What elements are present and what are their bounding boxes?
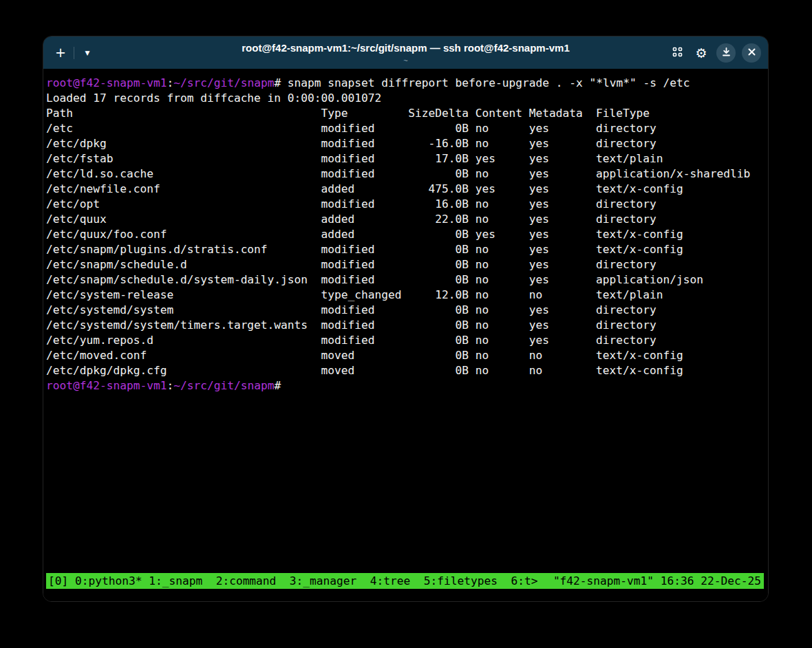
- cell-type: modified: [321, 303, 409, 318]
- cell-type: modified: [321, 121, 409, 136]
- tab-list-dropdown-button[interactable]: ▼: [78, 44, 96, 62]
- cell-filetype: directory: [596, 257, 764, 272]
- cell-content: no: [469, 348, 529, 363]
- cell-content: yes: [469, 182, 529, 197]
- header-content: Content: [469, 106, 529, 121]
- command-text: snapm snapset diffreport before-upgrade …: [288, 76, 690, 89]
- cell-content: no: [469, 212, 529, 227]
- cell-type: modified: [321, 166, 409, 182]
- cell-path: /etc/snapm/schedule.d: [46, 257, 321, 272]
- table-row: /etc/systemd/system modified 0B no yes d…: [46, 303, 764, 318]
- cell-filetype: application/json: [596, 272, 764, 288]
- prompt-symbol: #: [274, 76, 281, 89]
- cell-content: no: [469, 121, 529, 136]
- cell-metadata: yes: [529, 212, 596, 227]
- terminal-window: + ▼ root@f42-snapm-vm1:~/src/git/snapm —…: [43, 36, 769, 602]
- window-subtitle: ~: [242, 56, 569, 65]
- cell-path: /etc/ld.so.cache: [46, 166, 321, 182]
- cell-filetype: text/x-config: [596, 242, 764, 257]
- cell-content: no: [469, 257, 529, 272]
- download-button[interactable]: [716, 43, 736, 63]
- titlebar-right-controls: ⚙: [668, 43, 761, 63]
- cell-metadata: no: [529, 288, 596, 303]
- cell-content: yes: [469, 227, 529, 242]
- table-row: /etc/newfile.conf added 475.0B yes yes t…: [46, 182, 764, 197]
- cell-content: no: [469, 136, 529, 151]
- cell-metadata: yes: [529, 166, 596, 182]
- cell-metadata: yes: [529, 272, 596, 288]
- cell-sizedelta: 0B: [408, 363, 469, 378]
- cell-path: /etc/snapm/plugins.d/stratis.conf: [46, 242, 321, 257]
- prompt-separator: :: [167, 76, 173, 89]
- cell-sizedelta: 0B: [408, 318, 469, 333]
- cell-type: type_changed: [321, 288, 409, 303]
- terminal-output: root@f42-snapm-vm1:~/src/git/snapm#snapm…: [46, 76, 764, 573]
- cell-metadata: yes: [529, 242, 596, 257]
- cell-metadata: yes: [529, 303, 596, 318]
- cell-sizedelta: 475.0B: [408, 182, 469, 197]
- close-button[interactable]: [742, 43, 761, 63]
- cell-path: /etc/snapm/schedule.d/system-daily.json: [46, 272, 321, 288]
- header-filetype: FileType: [596, 106, 764, 121]
- cell-sizedelta: 0B: [408, 227, 469, 242]
- cell-filetype: directory: [596, 197, 764, 212]
- cell-metadata: yes: [529, 318, 596, 333]
- prompt-user-host: root@f42-snapm-vm1: [46, 76, 167, 89]
- table-row: /etc/yum.repos.d modified 0B no yes dire…: [46, 333, 764, 348]
- settings-button[interactable]: ⚙: [692, 44, 710, 62]
- table-body: /etc modified 0B no yes directory /etc/d…: [46, 121, 764, 378]
- cell-sizedelta: 0B: [408, 257, 469, 272]
- cell-content: no: [469, 333, 529, 348]
- cell-content: yes: [469, 151, 529, 166]
- cell-path: /etc/dpkg/dpkg.cfg: [46, 363, 321, 378]
- table-row: /etc/snapm/plugins.d/stratis.conf modifi…: [46, 242, 764, 257]
- cell-path: /etc: [46, 121, 321, 136]
- titlebar-divider: [74, 47, 74, 59]
- tab-overview-button[interactable]: [668, 44, 686, 62]
- cell-path: /etc/systemd/system/timers.target.wants: [46, 318, 321, 333]
- cell-type: modified: [321, 151, 409, 166]
- cell-sizedelta: 16.0B: [408, 197, 469, 212]
- cell-sizedelta: 22.0B: [408, 212, 469, 227]
- header-sizedelta: SizeDelta: [408, 106, 469, 121]
- titlebar-title-block: root@f42-snapm-vm1:~/src/git/snapm — ssh…: [242, 41, 569, 65]
- tmux-window-list: [0] 0:python3* 1:_snapm 2:command 3:_man…: [48, 574, 537, 589]
- new-tab-button[interactable]: +: [52, 44, 70, 62]
- cell-filetype: directory: [596, 333, 764, 348]
- table-row: /etc/moved.conf moved 0B no no text/x-co…: [46, 348, 764, 363]
- cell-type: added: [321, 227, 409, 242]
- cell-path: /etc/system-release: [46, 288, 321, 303]
- cell-sizedelta: 12.0B: [408, 288, 469, 303]
- info-line: Loaded 17 records from diffcache in 0:00…: [46, 91, 764, 106]
- cell-content: no: [469, 242, 529, 257]
- cell-filetype: application/x-sharedlib: [596, 166, 764, 182]
- cell-sizedelta: 0B: [408, 242, 469, 257]
- cell-path: /etc/fstab: [46, 151, 321, 166]
- cell-filetype: text/x-config: [596, 363, 764, 378]
- cell-content: no: [469, 363, 529, 378]
- cell-metadata: yes: [529, 121, 596, 136]
- cell-metadata: yes: [529, 151, 596, 166]
- table-row: /etc/snapm/schedule.d modified 0B no yes…: [46, 257, 764, 272]
- cell-filetype: directory: [596, 303, 764, 318]
- cell-type: modified: [321, 242, 409, 257]
- cell-type: modified: [321, 257, 409, 272]
- titlebar-left-controls: + ▼: [52, 44, 96, 62]
- prompt-command-line: root@f42-snapm-vm1:~/src/git/snapm#snapm…: [46, 76, 764, 91]
- cell-sizedelta: 0B: [408, 272, 469, 288]
- cell-content: no: [469, 272, 529, 288]
- cell-path: /etc/quux: [46, 212, 321, 227]
- cell-metadata: yes: [529, 182, 596, 197]
- terminal-screen[interactable]: root@f42-snapm-vm1:~/src/git/snapm#snapm…: [43, 69, 768, 601]
- cell-sizedelta: 0B: [408, 303, 469, 318]
- header-path: Path: [46, 106, 321, 121]
- table-row: /etc/dpkg modified -16.0B no yes directo…: [46, 136, 764, 151]
- grid-dots-icon: [672, 47, 683, 59]
- prompt-path: ~/src/git/snapm: [173, 379, 274, 392]
- table-row: /etc/dpkg/dpkg.cfg moved 0B no no text/x…: [46, 363, 764, 378]
- cell-type: modified: [321, 333, 409, 348]
- table-row: /etc/system-release type_changed 12.0B n…: [46, 288, 764, 303]
- table-row: /etc/quux/foo.conf added 0B yes yes text…: [46, 227, 764, 242]
- tmux-status-right: "f42-snapm-vm1" 16:36 22-Dec-25: [553, 574, 761, 589]
- titlebar[interactable]: + ▼ root@f42-snapm-vm1:~/src/git/snapm —…: [43, 36, 768, 69]
